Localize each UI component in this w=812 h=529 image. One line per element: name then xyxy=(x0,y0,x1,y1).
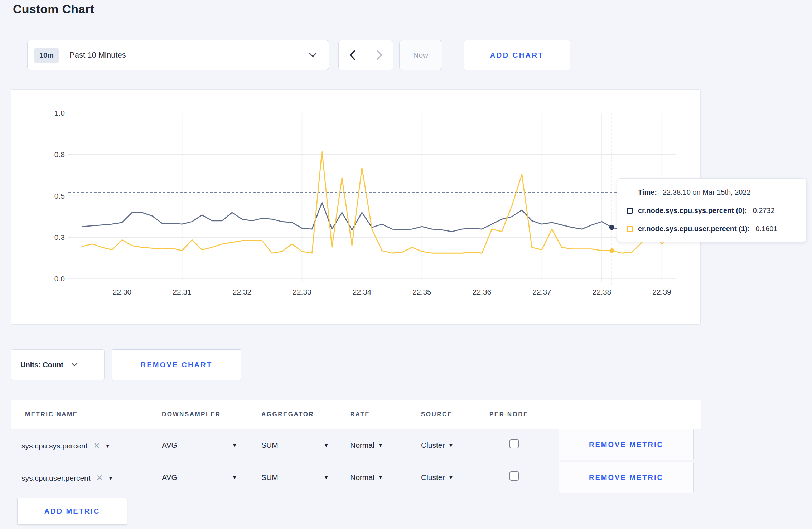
clear-metric-icon[interactable]: ✕ xyxy=(93,441,100,451)
col-header-per-node: PER NODE xyxy=(489,411,528,418)
time-window-arrows xyxy=(338,40,393,70)
svg-text:22:30: 22:30 xyxy=(113,288,132,296)
caret-down-icon: ▼ xyxy=(232,442,237,448)
per-node-checkbox[interactable] xyxy=(509,439,519,448)
svg-text:22:36: 22:36 xyxy=(473,288,492,296)
aggregator-select[interactable]: SUM ▼ xyxy=(261,441,329,450)
svg-text:22:37: 22:37 xyxy=(532,288,551,296)
col-header-aggregator: AGGREGATOR xyxy=(261,411,314,418)
source-select[interactable]: Cluster ▼ xyxy=(421,441,453,450)
add-metric-button[interactable]: ADD METRIC xyxy=(17,498,127,525)
caret-down-icon: ▼ xyxy=(378,442,383,448)
caret-down-icon: ▼ xyxy=(105,443,110,449)
chevron-left-icon xyxy=(349,50,356,60)
caret-down-icon: ▼ xyxy=(324,442,329,448)
col-header-metric-name: METRIC NAME xyxy=(25,411,78,418)
series-sys-legend-icon xyxy=(627,208,633,214)
metric-name-value: sys.cpu.sys.percent xyxy=(21,442,87,450)
chart-card: 0.00.30.50.81.022:3022:3122:3222:3322:34… xyxy=(11,89,701,325)
next-time-button[interactable] xyxy=(366,40,393,70)
source-value: Cluster xyxy=(421,441,445,450)
svg-text:0.5: 0.5 xyxy=(54,192,65,200)
time-range-dropdown[interactable]: 10m Past 10 Minutes xyxy=(27,40,329,70)
timeseries-chart[interactable]: 0.00.30.50.81.022:3022:3122:3222:3322:34… xyxy=(11,90,700,324)
remove-chart-button[interactable]: REMOVE CHART xyxy=(112,349,241,380)
svg-text:0.0: 0.0 xyxy=(54,275,65,283)
per-node-checkbox[interactable] xyxy=(509,471,519,481)
tooltip-time-label: Time: xyxy=(638,188,657,196)
toolbar-divider xyxy=(11,40,11,69)
caret-down-icon: ▼ xyxy=(108,475,113,481)
series-user-legend-icon xyxy=(627,226,633,232)
time-range-label: Past 10 Minutes xyxy=(69,50,126,60)
metric-name-value: sys.cpu.user.percent xyxy=(21,474,91,482)
svg-text:22:35: 22:35 xyxy=(412,288,431,296)
aggregator-select[interactable]: SUM ▼ xyxy=(261,473,329,482)
clear-metric-icon[interactable]: ✕ xyxy=(96,473,103,483)
source-value: Cluster xyxy=(421,473,445,482)
source-select[interactable]: Cluster ▼ xyxy=(421,473,453,482)
tooltip-series-value: 0.1601 xyxy=(755,225,777,233)
tooltip-time-value: 22:38:10 on Mar 15th, 2022 xyxy=(663,188,751,196)
svg-text:22:31: 22:31 xyxy=(173,288,192,296)
rate-select[interactable]: Normal ▼ xyxy=(350,441,383,450)
caret-down-icon: ▼ xyxy=(232,475,237,480)
rate-value: Normal xyxy=(350,441,374,450)
tooltip-series-value: 0.2732 xyxy=(753,207,775,215)
downsampler-value: AVG xyxy=(162,441,177,450)
col-header-rate: RATE xyxy=(350,411,370,418)
rate-value: Normal xyxy=(350,473,374,482)
chevron-right-icon xyxy=(376,50,383,60)
rate-select[interactable]: Normal ▼ xyxy=(350,473,383,482)
now-button[interactable]: Now xyxy=(399,40,442,70)
svg-text:1.0: 1.0 xyxy=(54,109,65,117)
tooltip-series-label: cr.node.sys.cpu.user.percent (1): xyxy=(638,225,750,233)
tooltip-series-row: cr.node.sys.cpu.user.percent (1): 0.1601 xyxy=(627,224,806,233)
svg-text:0.8: 0.8 xyxy=(54,150,65,159)
prev-time-button[interactable] xyxy=(339,40,366,70)
units-dropdown[interactable]: Units: Count xyxy=(11,349,105,380)
col-header-source: SOURCE xyxy=(421,411,453,418)
chevron-down-icon xyxy=(71,363,78,367)
svg-text:22:39: 22:39 xyxy=(652,288,671,296)
remove-metric-button[interactable]: REMOVE METRIC xyxy=(559,429,694,460)
metrics-table-header: METRIC NAME DOWNSAMPLER AGGREGATOR RATE … xyxy=(11,400,701,429)
aggregator-value: SUM xyxy=(261,441,278,450)
chevron-down-icon xyxy=(309,52,317,58)
svg-text:22:38: 22:38 xyxy=(593,288,612,296)
svg-text:22:33: 22:33 xyxy=(293,288,311,296)
custom-chart-page: Custom Chart 10m Past 10 Minutes Now ADD… xyxy=(0,0,812,529)
remove-metric-button[interactable]: REMOVE METRIC xyxy=(559,462,694,493)
add-chart-button[interactable]: ADD CHART xyxy=(464,40,570,70)
page-title: Custom Chart xyxy=(13,2,94,16)
svg-text:22:34: 22:34 xyxy=(353,288,372,296)
tooltip-series-row: cr.node.sys.cpu.sys.percent (0): 0.2732 xyxy=(627,206,806,215)
tooltip-series-label: cr.node.sys.cpu.sys.percent (0): xyxy=(638,207,747,215)
time-range-badge: 10m xyxy=(34,48,59,63)
caret-down-icon: ▼ xyxy=(449,475,454,480)
col-header-downsampler: DOWNSAMPLER xyxy=(162,411,221,418)
downsampler-select[interactable]: AVG ▼ xyxy=(162,441,237,450)
tooltip-time-row: Time: 22:38:10 on Mar 15th, 2022 xyxy=(627,188,806,197)
caret-down-icon: ▼ xyxy=(378,475,383,480)
aggregator-value: SUM xyxy=(261,473,278,482)
metric-name-select[interactable]: sys.cpu.user.percent ✕ ▼ xyxy=(21,473,113,483)
caret-down-icon: ▼ xyxy=(449,442,454,448)
chart-tooltip: Time: 22:38:10 on Mar 15th, 2022 cr.node… xyxy=(617,178,807,242)
caret-down-icon: ▼ xyxy=(324,475,329,480)
downsampler-select[interactable]: AVG ▼ xyxy=(162,473,237,482)
units-label: Units: Count xyxy=(20,361,63,369)
svg-text:22:32: 22:32 xyxy=(233,288,252,296)
downsampler-value: AVG xyxy=(162,473,177,482)
metric-name-select[interactable]: sys.cpu.sys.percent ✕ ▼ xyxy=(21,441,110,451)
svg-text:0.3: 0.3 xyxy=(54,233,65,241)
